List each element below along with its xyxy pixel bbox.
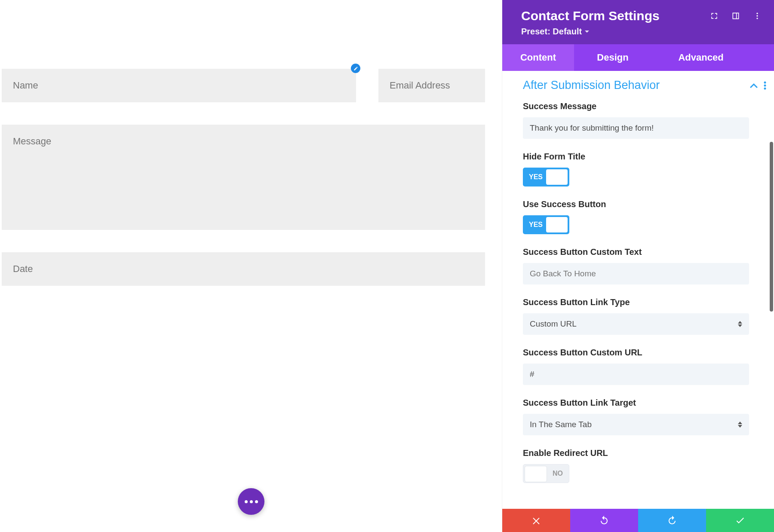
use-success-button-toggle[interactable]: YES — [523, 215, 569, 234]
svg-point-3 — [764, 81, 766, 83]
link-type-select[interactable]: Custom URL — [523, 313, 749, 335]
enable-redirect-toggle[interactable]: NO — [523, 464, 569, 483]
svg-point-5 — [764, 87, 766, 89]
scrollbar-thumb[interactable] — [770, 142, 773, 312]
panel-header: Contact Form Settings Preset: Default — [502, 0, 774, 44]
select-caret-icon — [738, 422, 742, 428]
link-target-value: In The Same Tab — [530, 420, 592, 429]
select-caret-icon — [738, 321, 742, 327]
date-input[interactable] — [2, 252, 485, 286]
enable-redirect-label: Enable Redirect URL — [523, 448, 766, 458]
toggle-text: YES — [529, 173, 543, 181]
link-target-label: Success Button Link Target — [523, 398, 766, 408]
section-more-icon[interactable] — [764, 81, 766, 90]
name-input[interactable] — [2, 69, 356, 102]
toggle-text: NO — [553, 470, 563, 477]
email-input[interactable] — [378, 69, 485, 102]
more-vert-icon[interactable] — [752, 11, 762, 21]
preset-dropdown[interactable]: Preset: Default — [521, 27, 660, 37]
edit-field-icon[interactable] — [351, 64, 360, 73]
use-success-button-label: Use Success Button — [523, 199, 766, 209]
message-input[interactable] — [2, 125, 485, 230]
expand-icon[interactable] — [710, 11, 719, 21]
collapse-section-icon[interactable] — [750, 83, 758, 88]
preset-label: Preset: Default — [521, 27, 582, 37]
link-type-value: Custom URL — [530, 319, 577, 329]
svg-point-2 — [756, 18, 758, 19]
panel-tabs: Content Design Advanced — [502, 44, 774, 71]
button-text-input[interactable] — [523, 263, 749, 284]
snap-dock-icon[interactable] — [731, 11, 740, 21]
panel-title: Contact Form Settings — [521, 9, 660, 23]
panel-footer — [502, 509, 774, 532]
link-type-label: Success Button Link Type — [523, 297, 766, 307]
success-message-label: Success Message — [523, 101, 766, 111]
fab-more-button[interactable] — [238, 488, 264, 515]
hide-form-title-toggle[interactable]: YES — [523, 168, 569, 187]
custom-url-label: Success Button Custom URL — [523, 348, 766, 358]
undo-button[interactable] — [570, 509, 638, 532]
toggle-text: YES — [529, 221, 543, 229]
settings-panel: Contact Form Settings Preset: Default — [502, 0, 774, 532]
builder-canvas — [0, 0, 502, 532]
tab-design[interactable]: Design — [574, 44, 651, 71]
panel-body[interactable]: After Submission Behavior Success Messag… — [502, 71, 774, 532]
hide-form-title-label: Hide Form Title — [523, 152, 766, 162]
tab-advanced[interactable]: Advanced — [651, 44, 750, 71]
svg-point-4 — [764, 84, 766, 86]
cancel-button[interactable] — [502, 509, 570, 532]
tab-content[interactable]: Content — [502, 44, 574, 71]
custom-url-input[interactable] — [523, 364, 749, 385]
redo-button[interactable] — [638, 509, 706, 532]
save-button[interactable] — [706, 509, 774, 532]
svg-point-0 — [756, 13, 758, 14]
success-message-input[interactable] — [523, 117, 749, 139]
section-title: After Submission Behavior — [523, 79, 660, 92]
svg-point-1 — [756, 15, 758, 16]
name-field-wrap — [2, 69, 356, 102]
link-target-select[interactable]: In The Same Tab — [523, 414, 749, 435]
button-text-label: Success Button Custom Text — [523, 247, 766, 257]
